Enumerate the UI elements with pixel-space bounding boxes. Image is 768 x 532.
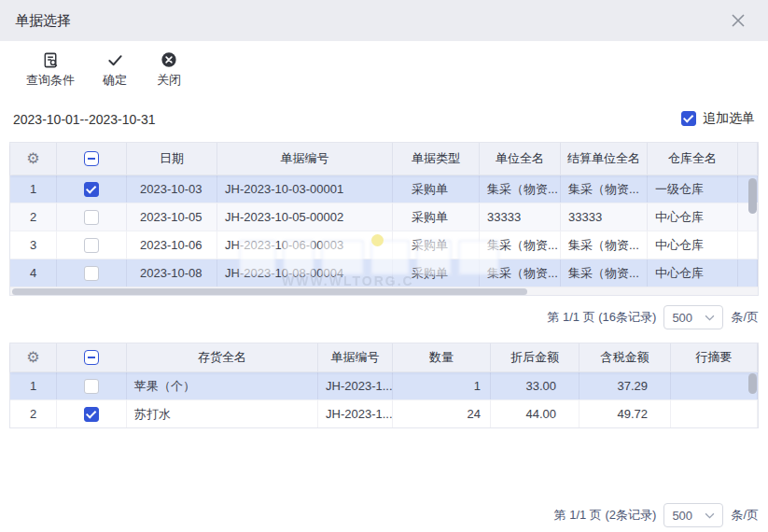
cell-doc-no: JH-2023-1... (318, 400, 393, 427)
cell-qty: 1 (393, 372, 491, 399)
cell-date: 2023-10-03 (127, 175, 217, 203)
document-table-pagination: 第 1/1 页 (16条记录) 500 条/页 (547, 305, 759, 329)
page-info: 第 1/1 页 (2条记录) (554, 507, 657, 524)
page-size-select[interactable]: 500 (663, 305, 723, 329)
document-table: ⚙ 日期 单据编号 单据类型 单位全名 结算单位全名 仓库全名 1 2023-1… (9, 142, 759, 296)
query-conditions-label: 查询条件 (26, 72, 75, 89)
header-doc-no: 单据编号 (217, 143, 393, 175)
table-row[interactable]: 3 2023-10-06 JH-2023-10-06-00003 采购单 集采（… (10, 231, 758, 259)
row-number: 4 (10, 259, 57, 287)
cell-settle-unit: 集采（物资... (561, 231, 648, 259)
row-checkbox[interactable] (84, 238, 99, 253)
cell-settle-unit: 集采（物资... (561, 175, 648, 203)
dialog-titlebar: 单据选择 (0, 0, 768, 41)
cell-date: 2023-10-05 (127, 203, 217, 231)
cell-warehouse: 中心仓库 (648, 259, 738, 287)
row-checkbox[interactable] (84, 266, 99, 281)
header-row-summary: 行摘要 (671, 343, 758, 371)
row-checkbox-cell[interactable] (57, 372, 127, 399)
row-number: 2 (10, 400, 57, 427)
vertical-scrollbar-thumb[interactable] (748, 373, 757, 394)
header-item-name: 存货全名 (127, 343, 318, 371)
cell-settle-unit: 集采（物资... (561, 259, 648, 287)
toolbar: 查询条件 确定 关闭 (26, 50, 183, 89)
append-selection-checkbox[interactable] (681, 111, 696, 126)
cell-doc-no: JH-2023-10-03-00001 (217, 175, 393, 203)
cell-item-name: 苏打水 (127, 400, 318, 427)
dialog-title: 单据选择 (15, 12, 71, 30)
table-row[interactable]: 4 2023-10-08 JH-2023-10-08-00004 采购单 集采（… (10, 259, 758, 287)
confirm-button[interactable]: 确定 (101, 50, 129, 89)
chevron-down-icon (705, 512, 715, 519)
header-unit: 单位全名 (480, 143, 561, 175)
row-number: 1 (10, 175, 57, 203)
cell-unit: 33333 (480, 203, 561, 231)
cell-filler (738, 259, 758, 287)
header-date: 日期 (127, 143, 217, 175)
header-warehouse: 仓库全名 (648, 143, 738, 175)
horizontal-scrollbar-thumb[interactable] (12, 288, 527, 295)
item-table-header: ⚙ 存货全名 单据编号 数量 折后金额 含税金额 行摘要 (10, 343, 758, 371)
row-checkbox[interactable] (84, 379, 99, 394)
circle-x-icon (160, 50, 178, 69)
cell-warehouse: 一级仓库 (648, 175, 738, 203)
page-size-value: 500 (672, 311, 692, 325)
header-doc-no: 单据编号 (318, 343, 393, 371)
item-table-pagination: 第 1/1 页 (2条记录) 500 条/页 (554, 503, 759, 527)
row-checkbox-cell[interactable] (57, 175, 127, 203)
row-checkbox-cell[interactable] (57, 231, 127, 259)
row-checkbox[interactable] (84, 182, 99, 197)
table-row[interactable]: 1 苹果（个） JH-2023-1... 1 33.00 37.29 (10, 371, 758, 399)
query-conditions-button[interactable]: 查询条件 (26, 50, 75, 89)
gear-icon: ⚙ (26, 151, 39, 166)
cell-tax-amount: 37.29 (579, 372, 671, 399)
cell-unit: 集采（物资... (480, 175, 561, 203)
close-button[interactable]: 关闭 (155, 50, 183, 89)
dialog-close-icon[interactable] (729, 11, 747, 30)
select-all-checkbox[interactable] (84, 350, 99, 365)
header-qty: 数量 (393, 343, 491, 371)
column-settings-cell[interactable]: ⚙ (10, 143, 57, 175)
table-row[interactable]: 2 苏打水 JH-2023-1... 24 44.00 49.72 (10, 399, 758, 427)
checkmark-icon (105, 50, 124, 69)
row-checkbox-cell[interactable] (57, 203, 127, 231)
table-row[interactable]: 1 2023-10-03 JH-2023-10-03-00001 采购单 集采（… (10, 175, 758, 203)
close-label: 关闭 (157, 72, 181, 89)
append-selection-label: 追加选单 (703, 110, 755, 127)
page-info: 第 1/1 页 (16条记录) (547, 309, 656, 326)
row-checkbox-cell[interactable] (57, 400, 127, 427)
header-doc-type: 单据类型 (393, 143, 480, 175)
cell-warehouse: 中心仓库 (648, 231, 738, 259)
item-table-body: 1 苹果（个） JH-2023-1... 1 33.00 37.29 2 苏打水… (10, 371, 758, 427)
select-all-checkbox[interactable] (84, 151, 99, 166)
cell-row-summary (671, 400, 758, 427)
append-selection-toggle[interactable]: 追加选单 (681, 110, 755, 127)
date-range-text[interactable]: 2023-10-01--2023-10-31 (13, 112, 156, 127)
vertical-scrollbar-thumb[interactable] (748, 178, 757, 214)
cell-doc-no: JH-2023-1... (318, 372, 393, 399)
cell-qty: 24 (393, 400, 491, 427)
cell-doc-type: 采购单 (393, 175, 480, 203)
page-unit-label: 条/页 (731, 309, 759, 326)
row-checkbox-cell[interactable] (57, 259, 127, 287)
document-table-header: ⚙ 日期 单据编号 单据类型 单位全名 结算单位全名 仓库全名 (10, 143, 758, 175)
cell-unit: 集采（物资... (480, 259, 561, 287)
horizontal-scrollbar[interactable] (10, 287, 758, 295)
row-checkbox[interactable] (84, 407, 99, 422)
page-size-select[interactable]: 500 (663, 503, 723, 527)
cell-date: 2023-10-06 (127, 231, 217, 259)
cell-doc-type: 采购单 (393, 203, 480, 231)
cell-doc-no: JH-2023-10-05-00002 (217, 203, 393, 231)
item-table: ⚙ 存货全名 单据编号 数量 折后金额 含税金额 行摘要 1 苹果（个） JH-… (9, 343, 759, 428)
cell-warehouse: 中心仓库 (648, 203, 738, 231)
column-settings-cell[interactable]: ⚙ (10, 343, 57, 371)
page-unit-label: 条/页 (731, 507, 759, 524)
table-row[interactable]: 2 2023-10-05 JH-2023-10-05-00002 采购单 333… (10, 203, 758, 231)
chevron-down-icon (705, 315, 715, 321)
cell-doc-type: 采购单 (393, 259, 480, 287)
select-all-cell[interactable] (57, 143, 127, 175)
cell-doc-no: JH-2023-10-08-00004 (217, 259, 393, 287)
cell-discount-amount: 44.00 (491, 400, 579, 427)
row-checkbox[interactable] (84, 210, 99, 225)
select-all-cell[interactable] (57, 343, 127, 371)
